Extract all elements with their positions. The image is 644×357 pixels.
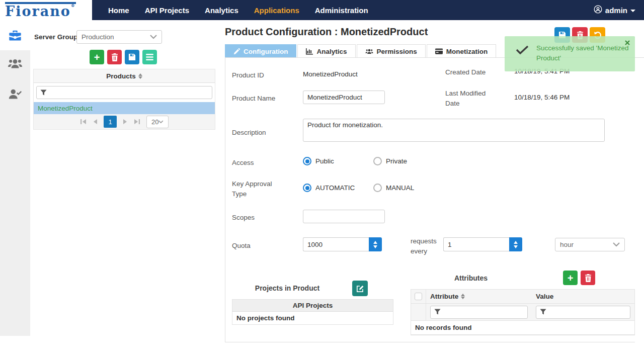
list-menu-button[interactable] [142,50,157,64]
nav-item-api-projects[interactable]: API Projects [145,6,189,15]
stepper-buttons[interactable] [369,237,382,251]
tab-monetization[interactable]: Monetization [427,44,497,58]
sort-icon [461,294,465,299]
nav-item-applications[interactable]: Applications [254,6,299,15]
chart-icon [306,48,313,55]
access-public-radio[interactable]: Public [303,157,334,165]
page-size-select[interactable]: 20 [146,116,169,128]
products-header[interactable]: Products [34,69,215,83]
radio-unselected-icon [373,184,382,192]
chevron-down-icon [158,120,164,124]
page-size-value: 20 [151,118,158,126]
attributes-filter-row [411,304,634,321]
access-label: Access [232,158,254,168]
sidebar-item-applications[interactable] [8,28,22,44]
radio-selected-icon [303,184,311,192]
radio-label: Public [315,157,334,165]
attribute-column-header[interactable]: Attribute [430,293,458,300]
api-projects-empty-row: No projects found [232,312,393,324]
sidebar-item-applications-group[interactable] [8,57,23,72]
value-column-header[interactable]: Value [536,293,553,300]
attributes-table: Attribute Value No records found [411,289,635,335]
products-panel: Products MonetizedProduct 1 20 [33,69,215,130]
tab-permissions[interactable]: Permissions [357,44,426,58]
nav-item-home[interactable]: Home [108,6,129,15]
logo-registered-mark: ® [71,3,76,8]
projects-in-product-title: Projects in Product [232,284,343,292]
save-product-button[interactable] [125,50,139,64]
select-all-checkbox[interactable] [415,293,422,300]
radio-label: AUTOMATIC [315,184,355,192]
attributes-header-row: Attribute Value [411,290,634,304]
sort-icon [138,73,142,79]
delete-attribute-button[interactable] [581,271,595,285]
key-approval-label: Key Approval Type [232,179,276,199]
left-sidebar [0,50,30,336]
step-down-icon [373,245,377,248]
nav-item-administration[interactable]: Administration [315,6,368,15]
server-group-select[interactable]: Production [76,30,162,44]
api-projects-table: API Projects No projects found [232,299,393,325]
last-modified-value: 10/18/19, 5:46 PM [514,94,570,101]
tab-label: Analytics [316,48,347,55]
interval-input[interactable] [443,237,509,251]
tab-analytics[interactable]: Analytics [297,44,355,58]
close-icon[interactable] [625,38,630,47]
filter-icon [40,90,47,96]
add-product-button[interactable]: + [90,50,104,64]
product-name-input[interactable] [303,91,385,104]
interval-stepper [443,237,522,251]
trash-icon [585,274,592,282]
value-filter-input[interactable] [536,306,630,319]
product-list-item[interactable]: MonetizedProduct [34,102,215,114]
toast-message: Successfully saved 'Monetized Product' [536,43,629,64]
chevron-down-icon [613,242,620,247]
filter-icon [540,309,546,315]
pencil-icon [233,48,240,55]
key-approval-manual-radio[interactable]: MANUAL [373,184,414,192]
pagination-next-button[interactable] [123,119,127,125]
pagination-last-button[interactable] [133,119,140,125]
scopes-input[interactable] [303,210,385,223]
trash-icon [111,53,118,61]
products-filter-input[interactable] [36,86,212,99]
tab-bar: Configuration Analytics Permissions Mone… [225,44,497,58]
quota-unit-select[interactable]: hour [555,238,625,251]
scopes-label: Scopes [232,213,255,223]
quota-unit-value: hour [560,241,574,248]
chevron-down-icon [630,10,635,12]
pagination-current-page[interactable]: 1 [104,116,117,128]
user-menu[interactable]: admin [594,0,635,20]
tab-configuration[interactable]: Configuration [225,44,296,58]
edit-projects-button[interactable] [352,281,368,296]
plus-icon: + [568,273,574,283]
radio-label: MANUAL [386,184,414,192]
quota-input[interactable] [303,237,369,251]
stepper-buttons[interactable] [509,237,522,251]
key-approval-automatic-radio[interactable]: AUTOMATIC [303,184,355,192]
page-title: Product Configuration : MonetizedProduct [225,26,428,38]
attributes-title: Attributes [426,274,516,282]
card-icon [435,48,443,54]
users-icon [8,57,23,70]
access-private-radio[interactable]: Private [373,157,407,165]
add-attribute-button[interactable]: + [563,271,578,285]
quota-label: Quota [232,241,251,251]
toast-notification: Successfully saved 'Monetized Product' [505,36,635,71]
requests-every-label: requests every [411,236,438,256]
logo-text: Fiorano® [5,2,76,18]
api-projects-header: API Projects [232,300,393,312]
user-label: admin [605,6,627,15]
delete-product-button[interactable] [107,50,122,64]
check-icon [516,45,529,56]
sidebar-item-subscribers[interactable] [8,87,23,103]
pagination-prev-button[interactable] [93,119,98,125]
description-textarea[interactable]: Product for monetization. [303,119,605,142]
attribute-filter-input[interactable] [430,306,528,319]
pagination-first-button[interactable] [80,119,87,125]
product-id-value: MonetizedProduct [303,70,358,78]
tab-label: Permissions [377,48,417,55]
nav-item-analytics[interactable]: Analytics [205,6,238,15]
radio-unselected-icon [373,157,382,165]
server-group-value: Production [82,33,114,41]
